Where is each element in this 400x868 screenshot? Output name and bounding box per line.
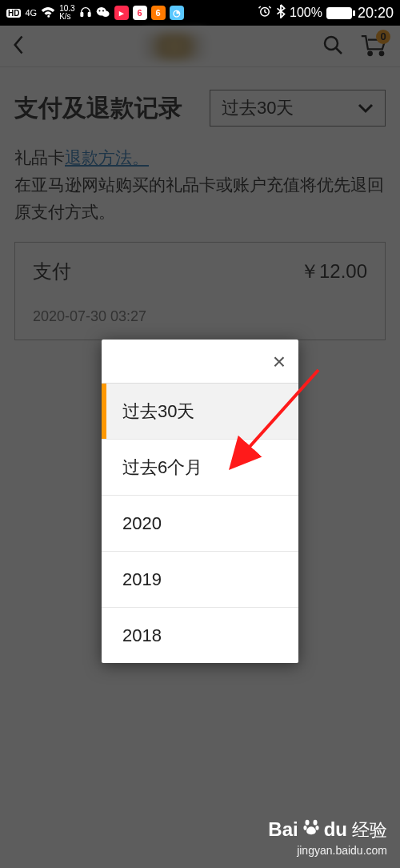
filter-option-2020[interactable]: 2020 [102, 495, 298, 551]
svg-point-11 [305, 820, 309, 826]
clock-time: 20:20 [358, 5, 394, 22]
svg-point-13 [303, 826, 306, 830]
status-left: HD 4G 10.3 K/s ▸ 6 6 ◔ [6, 5, 184, 21]
hd-badge: HD [6, 9, 21, 18]
popup-close-button[interactable]: × [102, 346, 298, 383]
status-right: 100% 20:20 [258, 4, 394, 22]
svg-rect-1 [88, 12, 90, 16]
wechat-icon [96, 6, 110, 21]
svg-point-14 [315, 826, 318, 830]
headphones-icon [79, 6, 92, 21]
network-gen: 4G [25, 8, 37, 18]
filter-option-2019[interactable]: 2019 [102, 551, 298, 607]
app-icon-4: ◔ [170, 6, 184, 20]
date-filter-popup: × 过去30天 过去6个月 2020 2019 2018 [102, 340, 298, 663]
watermark: Bai du 经验 jingyan.baidu.com [268, 818, 387, 857]
net-speed: 10.3 K/s [59, 5, 74, 21]
svg-point-12 [313, 820, 317, 826]
app-icon-2: 6 [133, 6, 147, 20]
svg-point-5 [102, 10, 104, 11]
filter-option-2018[interactable]: 2018 [102, 607, 298, 663]
modal-overlay[interactable]: × 过去30天 过去6个月 2020 2019 2018 Bai du 经验 j… [0, 26, 400, 868]
app-icon-3: 6 [151, 6, 166, 20]
svg-point-3 [102, 10, 109, 17]
svg-rect-0 [81, 12, 83, 16]
filter-option-past-30-days[interactable]: 过去30天 [102, 383, 298, 439]
close-icon: × [273, 349, 286, 375]
alarm-icon [258, 4, 272, 22]
battery-percent: 100% [290, 6, 322, 20]
filter-option-past-6-months[interactable]: 过去6个月 [102, 439, 298, 495]
baidu-paw-icon [303, 818, 319, 841]
status-bar: HD 4G 10.3 K/s ▸ 6 6 ◔ 100% 20:20 [0, 0, 400, 26]
bluetooth-icon [276, 4, 286, 22]
battery-icon [326, 7, 352, 19]
svg-point-4 [98, 10, 100, 11]
wifi-icon [41, 6, 55, 20]
app-icon-1: ▸ [114, 6, 129, 20]
